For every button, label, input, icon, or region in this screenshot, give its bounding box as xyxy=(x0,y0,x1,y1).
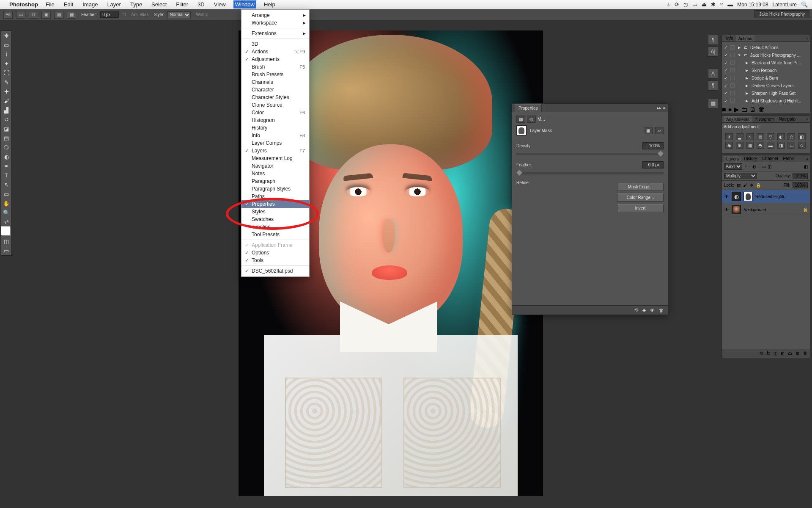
adj-photofilter-icon[interactable]: ◉ xyxy=(725,142,733,149)
menu-item-paragraph-styles[interactable]: Paragraph Styles xyxy=(241,185,309,193)
layer-row[interactable]: 👁Background🔒 xyxy=(722,203,810,216)
opacity-value[interactable]: 100% xyxy=(793,173,808,179)
layer-row[interactable]: 👁Reduced Highli... xyxy=(722,190,810,203)
menu-item-channels[interactable]: Channels xyxy=(241,78,309,86)
filter-toggle-icon[interactable]: ◧ xyxy=(804,164,808,169)
style-select[interactable]: Normal xyxy=(167,11,191,18)
action-row[interactable]: ✓▶Add Shadows and Highli... xyxy=(724,97,808,105)
wand-tool-icon[interactable]: ✦ xyxy=(1,59,11,68)
action-stop-icon[interactable]: ■ xyxy=(722,106,726,113)
mask-view-pixel-icon[interactable]: ▦ xyxy=(516,116,525,123)
paths-tab[interactable]: Paths xyxy=(780,156,796,161)
tool-preset-icon[interactable]: ▭ xyxy=(16,11,25,19)
menu-3d[interactable]: 3D xyxy=(196,0,206,8)
menu-item-navigator[interactable]: Navigator xyxy=(241,162,309,170)
selection-subtract-icon[interactable]: ▤ xyxy=(54,11,63,19)
action-row[interactable]: ✓▶🗀Default Actions xyxy=(724,44,808,51)
action-row[interactable]: ✓▶Dodge & Burn xyxy=(724,74,808,82)
feather-input[interactable] xyxy=(100,11,119,18)
battery-icon[interactable]: ▬ xyxy=(727,1,733,8)
filter-type-icon[interactable]: T xyxy=(758,164,760,169)
menu-file[interactable]: File xyxy=(44,0,56,8)
action-row[interactable]: ✓▶Sharpen High Pass Set xyxy=(724,89,808,97)
filter-adj-icon[interactable]: ◐ xyxy=(752,164,756,169)
menu-item-extensions[interactable]: Extensions xyxy=(241,30,309,37)
zoom-tool-icon[interactable]: 🔍 xyxy=(1,208,11,217)
adj-gradientmap-icon[interactable]: ▭ xyxy=(787,142,795,149)
lock-trans-icon[interactable]: ▩ xyxy=(737,183,741,188)
adj-colorbalance-icon[interactable]: ⚖ xyxy=(787,133,795,140)
menu-item-histogram[interactable]: Histogram xyxy=(241,116,309,124)
crop-tool-icon[interactable]: ⛶ xyxy=(1,68,11,77)
adj-hue-icon[interactable]: ◐ xyxy=(777,133,785,140)
eraser-tool-icon[interactable]: ◪ xyxy=(1,124,11,133)
app-name[interactable]: Photoshop xyxy=(9,1,38,8)
navigator-tab[interactable]: Navigato xyxy=(776,116,798,122)
marquee-tool-icon[interactable]: ▭ xyxy=(1,40,11,50)
actions-menu-icon[interactable]: ≡ xyxy=(806,36,808,41)
history-tab[interactable]: History xyxy=(741,156,760,161)
action-record-icon[interactable]: ● xyxy=(728,106,732,113)
action-new-icon[interactable]: 🗎 xyxy=(749,106,756,113)
menu-item-notes[interactable]: Notes xyxy=(241,170,309,177)
action-play-icon[interactable]: ▶ xyxy=(734,106,739,113)
adj-posterize-icon[interactable]: ▬ xyxy=(767,142,774,149)
type-tool-icon[interactable]: T xyxy=(1,171,11,180)
properties-tab[interactable]: Properties xyxy=(515,104,542,112)
mask-edge-button[interactable]: Mask Edge... xyxy=(617,183,664,191)
menu-item-history[interactable]: History xyxy=(241,124,309,132)
filter-shape-icon[interactable]: ▭ xyxy=(762,164,766,169)
layers-tab[interactable]: Layers xyxy=(724,156,741,162)
history-brush-tool-icon[interactable]: ↺ xyxy=(1,115,11,124)
move-tool-icon[interactable]: ✥ xyxy=(1,31,11,40)
menu-item-layers[interactable]: ✓LayersF7 xyxy=(241,147,309,155)
quickmask-icon[interactable]: ◫ xyxy=(1,237,11,246)
menu-item-3d[interactable]: 3D xyxy=(241,40,309,48)
sync-icon[interactable]: ⟳ xyxy=(675,1,679,8)
menu-image[interactable]: Image xyxy=(81,0,99,8)
layers-menu-icon[interactable]: ≡ xyxy=(806,157,808,161)
screenmode-icon[interactable]: ▭ xyxy=(1,246,11,255)
color-swap-icon[interactable]: ⇄ xyxy=(1,217,11,226)
adj-invert-icon[interactable]: ◓ xyxy=(757,142,764,149)
menu-item-clone-source[interactable]: Clone Source xyxy=(241,101,309,109)
feather-value-p[interactable]: 0.0 px xyxy=(642,161,664,168)
menu-item-options[interactable]: ✓Options xyxy=(241,249,309,257)
invert-button[interactable]: Invert xyxy=(617,204,664,212)
color-range-button[interactable]: Color Range... xyxy=(617,193,664,202)
action-row[interactable]: ✓▶Black and White Tone Pr... xyxy=(724,59,808,66)
adjustments-menu-icon[interactable]: ≡ xyxy=(806,117,808,121)
stamp-tool-icon[interactable]: ▟ xyxy=(1,105,11,115)
action-row[interactable]: ✓▶Darken Curves Layers xyxy=(724,82,808,89)
charstyles-panel-icon[interactable]: A xyxy=(708,69,718,79)
adj-bw-icon[interactable]: ◧ xyxy=(798,133,806,140)
menu-layer[interactable]: Layer xyxy=(105,0,123,8)
menu-help[interactable]: Help xyxy=(262,0,277,8)
eyedropper-tool-icon[interactable]: ✎ xyxy=(1,77,11,87)
density-slider[interactable] xyxy=(516,153,664,155)
adjustments-tab[interactable]: Adjustments xyxy=(724,116,752,122)
filter-pixel-icon[interactable]: ▫ xyxy=(749,164,751,169)
info-tab[interactable]: Info xyxy=(724,36,736,41)
feather-slider[interactable] xyxy=(516,172,664,174)
menu-item-actions[interactable]: ✓Actions⌥F9 xyxy=(241,48,309,55)
menu-item-dsc-5602flat-psd[interactable]: ✓DSC_5602flat.psd xyxy=(241,267,309,275)
menu-item-brush[interactable]: BrushF5 xyxy=(241,63,309,71)
clock[interactable]: Mon 15:19:08 xyxy=(737,2,768,8)
menu-item-styles[interactable]: Styles xyxy=(241,208,309,215)
paragraph-panel-icon[interactable]: A| xyxy=(708,47,718,57)
bluetooth-icon[interactable]: ✱ xyxy=(711,1,716,8)
menu-filter[interactable]: Filter xyxy=(174,0,190,8)
action-newset-icon[interactable]: 🗀 xyxy=(741,106,748,113)
lasso-tool-icon[interactable]: ⌇ xyxy=(1,50,11,59)
adj-curves-icon[interactable]: ∿ xyxy=(746,133,754,140)
menu-item-timeline[interactable]: Timeline xyxy=(241,223,309,231)
dodge-tool-icon[interactable]: ◐ xyxy=(1,152,11,161)
menu-item-measurement-log[interactable]: Measurement Log xyxy=(241,155,309,162)
mask-delete-icon[interactable]: 🗑 xyxy=(659,308,664,313)
density-value[interactable]: 100% xyxy=(642,142,664,149)
path-tool-icon[interactable]: ↖ xyxy=(1,180,11,189)
airport-icon[interactable]: ⌔ xyxy=(720,1,723,8)
menu-select[interactable]: Select xyxy=(150,0,168,8)
layer-mask-icon[interactable]: ◫ xyxy=(774,351,777,356)
